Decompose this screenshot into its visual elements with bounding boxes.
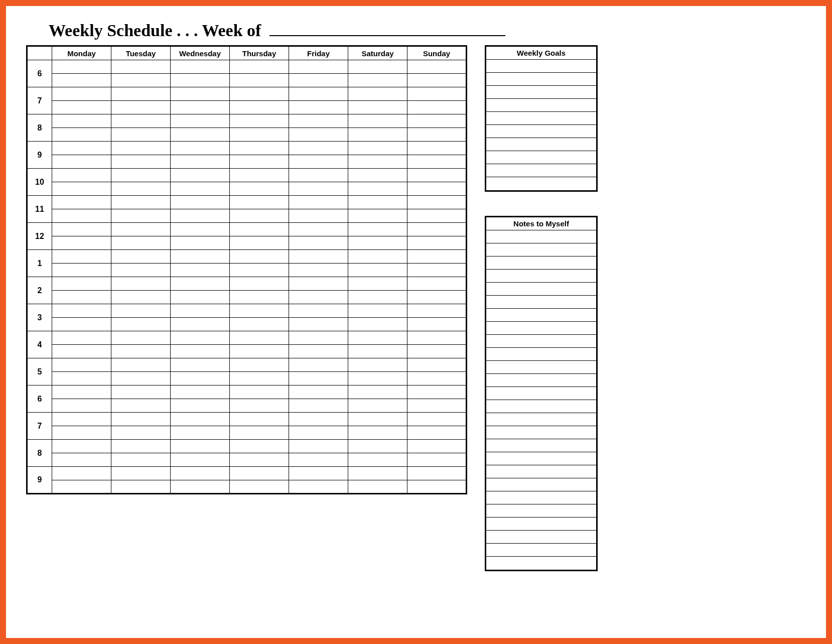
schedule-cell[interactable] xyxy=(52,318,111,331)
schedule-cell[interactable] xyxy=(111,426,171,440)
schedule-cell[interactable] xyxy=(348,250,407,264)
notes-line[interactable] xyxy=(486,256,596,270)
schedule-cell[interactable] xyxy=(348,385,407,399)
schedule-cell[interactable] xyxy=(52,372,111,385)
notes-line[interactable] xyxy=(486,309,596,322)
schedule-cell[interactable] xyxy=(52,60,111,74)
schedule-cell[interactable] xyxy=(52,426,111,440)
schedule-cell[interactable] xyxy=(52,291,111,304)
schedule-cell[interactable] xyxy=(230,155,289,169)
schedule-cell[interactable] xyxy=(289,453,348,467)
schedule-cell[interactable] xyxy=(52,209,111,223)
schedule-cell[interactable] xyxy=(111,250,171,264)
schedule-cell[interactable] xyxy=(407,304,467,318)
schedule-cell[interactable] xyxy=(171,440,230,453)
schedule-cell[interactable] xyxy=(52,87,111,101)
schedule-cell[interactable] xyxy=(171,101,230,114)
notes-line[interactable] xyxy=(486,361,596,374)
schedule-cell[interactable] xyxy=(289,331,348,345)
schedule-cell[interactable] xyxy=(289,223,348,236)
notes-line[interactable] xyxy=(486,491,596,504)
schedule-cell[interactable] xyxy=(171,467,230,480)
schedule-cell[interactable] xyxy=(230,142,289,155)
schedule-cell[interactable] xyxy=(171,399,230,413)
notes-line[interactable] xyxy=(486,518,596,531)
schedule-cell[interactable] xyxy=(289,358,348,372)
schedule-cell[interactable] xyxy=(52,155,111,169)
goals-line[interactable] xyxy=(486,125,596,138)
schedule-cell[interactable] xyxy=(111,114,171,128)
schedule-cell[interactable] xyxy=(407,142,467,155)
schedule-cell[interactable] xyxy=(171,236,230,250)
notes-line[interactable] xyxy=(486,283,596,296)
schedule-cell[interactable] xyxy=(230,304,289,318)
schedule-cell[interactable] xyxy=(171,114,230,128)
schedule-cell[interactable] xyxy=(111,87,171,101)
schedule-cell[interactable] xyxy=(230,453,289,467)
schedule-cell[interactable] xyxy=(407,426,467,440)
schedule-cell[interactable] xyxy=(52,331,111,345)
schedule-cell[interactable] xyxy=(111,60,171,74)
schedule-cell[interactable] xyxy=(407,480,467,494)
schedule-cell[interactable] xyxy=(111,399,171,413)
schedule-cell[interactable] xyxy=(52,440,111,453)
schedule-cell[interactable] xyxy=(171,209,230,223)
schedule-cell[interactable] xyxy=(348,264,407,277)
schedule-cell[interactable] xyxy=(171,331,230,345)
schedule-cell[interactable] xyxy=(171,74,230,87)
schedule-cell[interactable] xyxy=(171,60,230,74)
schedule-cell[interactable] xyxy=(348,372,407,385)
notes-line[interactable] xyxy=(486,270,596,283)
schedule-cell[interactable] xyxy=(111,304,171,318)
schedule-cell[interactable] xyxy=(289,291,348,304)
schedule-cell[interactable] xyxy=(111,291,171,304)
schedule-cell[interactable] xyxy=(230,223,289,236)
schedule-cell[interactable] xyxy=(171,128,230,142)
schedule-cell[interactable] xyxy=(171,155,230,169)
schedule-cell[interactable] xyxy=(52,358,111,372)
schedule-cell[interactable] xyxy=(289,345,348,358)
schedule-cell[interactable] xyxy=(348,182,407,196)
schedule-cell[interactable] xyxy=(230,196,289,209)
schedule-cell[interactable] xyxy=(289,277,348,291)
schedule-cell[interactable] xyxy=(289,142,348,155)
schedule-cell[interactable] xyxy=(407,467,467,480)
schedule-cell[interactable] xyxy=(348,196,407,209)
schedule-cell[interactable] xyxy=(171,318,230,331)
schedule-cell[interactable] xyxy=(407,223,467,236)
schedule-cell[interactable] xyxy=(289,87,348,101)
schedule-cell[interactable] xyxy=(407,74,467,87)
schedule-cell[interactable] xyxy=(230,331,289,345)
schedule-cell[interactable] xyxy=(348,413,407,426)
schedule-cell[interactable] xyxy=(52,101,111,114)
notes-line[interactable] xyxy=(486,531,596,544)
goals-line[interactable] xyxy=(486,177,596,190)
schedule-cell[interactable] xyxy=(230,182,289,196)
schedule-cell[interactable] xyxy=(52,413,111,426)
notes-line[interactable] xyxy=(486,374,596,387)
schedule-cell[interactable] xyxy=(171,142,230,155)
notes-line[interactable] xyxy=(486,439,596,452)
schedule-cell[interactable] xyxy=(111,264,171,277)
schedule-cell[interactable] xyxy=(111,331,171,345)
schedule-cell[interactable] xyxy=(348,331,407,345)
schedule-cell[interactable] xyxy=(230,114,289,128)
notes-line[interactable] xyxy=(486,296,596,309)
schedule-cell[interactable] xyxy=(348,453,407,467)
schedule-cell[interactable] xyxy=(52,385,111,399)
schedule-cell[interactable] xyxy=(52,453,111,467)
schedule-cell[interactable] xyxy=(52,128,111,142)
goals-line[interactable] xyxy=(486,151,596,164)
schedule-cell[interactable] xyxy=(348,209,407,223)
schedule-cell[interactable] xyxy=(407,209,467,223)
schedule-cell[interactable] xyxy=(111,101,171,114)
schedule-cell[interactable] xyxy=(348,60,407,74)
schedule-cell[interactable] xyxy=(52,182,111,196)
schedule-cell[interactable] xyxy=(230,264,289,277)
notes-line[interactable] xyxy=(486,557,596,570)
schedule-cell[interactable] xyxy=(171,426,230,440)
schedule-cell[interactable] xyxy=(111,480,171,494)
schedule-cell[interactable] xyxy=(230,480,289,494)
schedule-cell[interactable] xyxy=(407,372,467,385)
schedule-cell[interactable] xyxy=(407,358,467,372)
